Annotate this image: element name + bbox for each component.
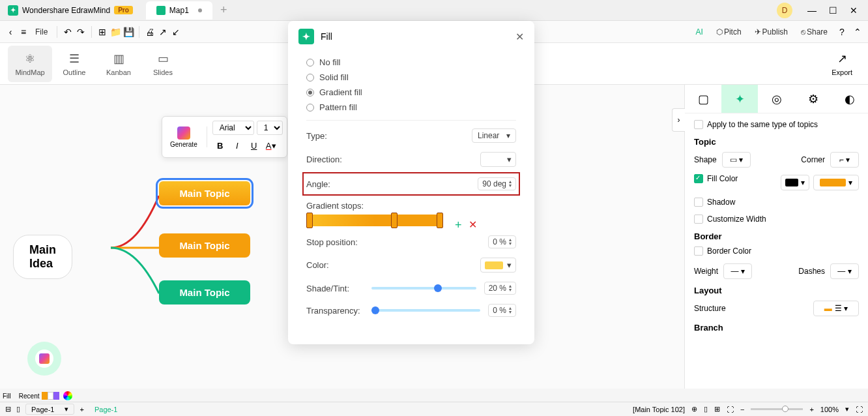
status-icon-3[interactable]: ⊞	[714, 405, 720, 413]
gradient-stops-label: Gradient stops:	[306, 201, 516, 211]
topic-node-1[interactable]: Main Topic	[159, 181, 250, 205]
generate-button[interactable]: Generate	[166, 126, 201, 148]
shade-slider[interactable]	[371, 287, 476, 290]
radio-gradient-fill[interactable]: Gradient fill	[306, 87, 516, 97]
page-select[interactable]: Page-1▾	[25, 404, 74, 415]
tab-topic[interactable]: ▢	[685, 85, 721, 113]
ai-assistant-button[interactable]	[27, 342, 61, 376]
fill-color-select[interactable]: ▾	[813, 175, 859, 190]
import-icon[interactable]: ↙	[171, 27, 181, 37]
recent-color-1[interactable]	[42, 392, 48, 400]
tab-settings[interactable]: ⚙	[795, 85, 832, 113]
bold-button[interactable]: B	[212, 138, 228, 153]
weight-label: Weight	[694, 267, 718, 276]
color-wheel-button[interactable]	[63, 391, 72, 400]
fit-icon[interactable]: ⛶	[727, 406, 734, 413]
gradient-track[interactable]	[306, 215, 443, 226]
ai-button[interactable]: AI	[692, 25, 707, 39]
shape-select[interactable]: ▭ ▾	[722, 152, 751, 168]
topic-node-3[interactable]: Main Topic	[159, 280, 250, 305]
save-icon[interactable]: 💾	[123, 27, 134, 37]
new-tab-button[interactable]: +	[220, 3, 227, 17]
kanban-icon: ▥	[113, 52, 124, 66]
pitch-button[interactable]: ⬡ Pitch	[712, 25, 745, 39]
tab-location[interactable]: ◎	[758, 85, 794, 113]
corner-select[interactable]: ⌐ ▾	[830, 152, 859, 168]
underline-button[interactable]: U	[246, 138, 262, 153]
italic-button[interactable]: I	[229, 138, 245, 153]
delete-stop-button[interactable]: ✕	[469, 218, 477, 232]
publish-button[interactable]: ✈ Publish	[751, 25, 792, 39]
apply-same-type-checkbox[interactable]: Apply to the same type of topics	[694, 120, 859, 129]
radio-no-fill[interactable]: No fill	[306, 57, 516, 67]
font-color-button[interactable]: A▾	[263, 138, 279, 153]
status-icon-2[interactable]: ▯	[704, 405, 708, 413]
view-mindmap[interactable]: ⚛ MindMap	[8, 46, 52, 82]
help-icon[interactable]: ?	[837, 27, 847, 37]
share-button[interactable]: ⎋ Share	[797, 25, 832, 39]
transparency-slider[interactable]	[371, 309, 480, 312]
gradient-stop-2[interactable]	[391, 213, 398, 228]
undo-icon[interactable]: ↶	[63, 27, 73, 37]
shade-input[interactable]: 20 %▴▾	[484, 282, 516, 295]
border-color-checkbox[interactable]: Border Color	[694, 246, 859, 256]
shadow-checkbox[interactable]: Shadow	[694, 198, 859, 207]
fill-style-select[interactable]: ▾	[781, 175, 809, 190]
tab-history[interactable]: ◐	[832, 85, 868, 113]
close-button[interactable]: ✕	[845, 1, 863, 20]
topic-node-2[interactable]: Main Topic	[159, 233, 250, 258]
zoom-in-button[interactable]: +	[809, 406, 813, 413]
print-icon[interactable]: 🖨	[145, 27, 155, 37]
gradient-stop-3[interactable]	[437, 213, 443, 228]
minimize-button[interactable]: —	[803, 1, 821, 20]
new-icon[interactable]: ⊞	[97, 27, 108, 37]
fill-color-checkbox[interactable]: Fill Color	[694, 174, 738, 183]
dialog-close-button[interactable]: ✕	[515, 31, 524, 43]
structure-select[interactable]: ▬☰ ▾	[813, 301, 859, 316]
radio-solid-fill[interactable]: Solid fill	[306, 72, 516, 82]
fullscreen-icon[interactable]: ⛶	[856, 406, 863, 413]
radio-pattern-fill[interactable]: Pattern fill	[306, 102, 516, 112]
weight-select[interactable]: — ▾	[723, 263, 752, 279]
add-stop-button[interactable]: +	[455, 218, 462, 232]
view-toggle-icon[interactable]: ⊟	[5, 405, 11, 413]
more-icon[interactable]: ⌃	[852, 27, 863, 37]
angle-input[interactable]: 90 deg▴▾	[478, 177, 516, 190]
export-button[interactable]: ↗ Export	[832, 52, 852, 76]
page-tab[interactable]: Page-1	[89, 406, 123, 413]
customize-width-checkbox[interactable]: Customize Width	[694, 215, 859, 224]
add-page-button[interactable]: +	[80, 406, 83, 413]
tab-style[interactable]: ✦	[721, 85, 758, 113]
file-menu[interactable]: File	[31, 25, 51, 39]
dashes-select[interactable]: — ▾	[830, 263, 859, 279]
color-select[interactable]: ▾	[480, 258, 516, 273]
back-icon[interactable]: ‹	[5, 27, 16, 37]
open-icon[interactable]: 📁	[110, 27, 121, 37]
transparency-input[interactable]: 0 %▴▾	[488, 304, 516, 317]
direction-select[interactable]: ▾	[480, 152, 516, 167]
gradient-stop-1[interactable]	[306, 213, 313, 228]
palette-label: Fill	[3, 393, 11, 400]
stop-position-input[interactable]: 0 %▴▾	[488, 235, 516, 248]
view-outline[interactable]: ☰ Outline	[52, 46, 96, 82]
recent-color-2[interactable]	[48, 392, 53, 400]
zoom-slider[interactable]	[751, 408, 803, 410]
sidebar-tabs: ▢ ✦ ◎ ⚙ ◐	[685, 85, 868, 113]
menu-icon[interactable]: ≡	[18, 27, 29, 37]
size-select[interactable]: 14	[257, 121, 283, 135]
export-icon[interactable]: ↗	[158, 27, 168, 37]
view-slides[interactable]: ▭ Slides	[141, 46, 185, 82]
layout-icon[interactable]: ▯	[16, 405, 20, 413]
status-icon-1[interactable]: ⊕	[691, 405, 697, 413]
main-idea-node[interactable]: Main Idea	[13, 235, 72, 279]
sidebar-collapse-button[interactable]: ›	[672, 108, 685, 132]
font-select[interactable]: Arial	[212, 121, 254, 135]
type-select[interactable]: Linear▾	[472, 128, 516, 143]
recent-color-3[interactable]	[53, 392, 59, 400]
redo-icon[interactable]: ↷	[76, 27, 86, 37]
document-tab[interactable]: Map1	[146, 1, 212, 20]
view-kanban[interactable]: ▥ Kanban	[96, 46, 141, 82]
user-avatar[interactable]: D	[777, 3, 792, 18]
zoom-out-button[interactable]: −	[740, 406, 744, 413]
maximize-button[interactable]: ☐	[824, 1, 842, 20]
